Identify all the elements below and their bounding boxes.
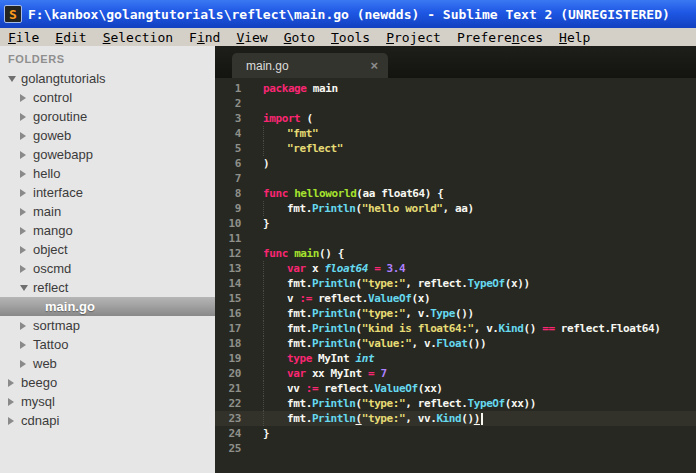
code-token: int — [355, 352, 374, 365]
code-token: ( — [300, 112, 312, 125]
code-token: fmt. — [287, 322, 312, 335]
sidebar-item-goroutine[interactable]: goroutine — [0, 107, 215, 126]
line-number: 3 — [215, 111, 241, 126]
sidebar-item-object[interactable]: object — [0, 240, 215, 259]
code-line-9[interactable]: 9fmt.Println("hello world", aa) — [215, 201, 696, 216]
tab-bar: main.go × — [215, 46, 696, 78]
code-token: , v. — [411, 337, 436, 350]
sidebar-item-beego[interactable]: beego — [0, 373, 215, 392]
tab-label: main.go — [246, 59, 370, 73]
sidebar-item-label: main — [33, 204, 61, 219]
code-token: (aa float64) { — [356, 187, 443, 200]
code-line-23[interactable]: 23fmt.Println("type:", vv.Kind()) — [215, 411, 696, 426]
sidebar-item-oscmd[interactable]: oscmd — [0, 259, 215, 278]
code-line-13[interactable]: 13var x float64 = 3.4 — [215, 261, 696, 276]
code-line-8[interactable]: 8func helloworld(aa float64) { — [215, 186, 696, 201]
code-line-10[interactable]: 10} — [215, 216, 696, 231]
app-icon-letter: S — [9, 7, 17, 22]
code-line-21[interactable]: 21vv := reflect.ValueOf(xx) — [215, 381, 696, 396]
code-area[interactable]: 1package main23import (4"fmt"5"reflect"6… — [215, 78, 696, 473]
code-token: fmt. — [287, 202, 312, 215]
menu-tools[interactable]: Tools — [331, 30, 370, 45]
menu-label-pre: F — [189, 30, 197, 45]
code-text: fmt.Println("type:", reflect.TypeOf(x)) — [263, 276, 530, 291]
menu-mnemonic: P — [386, 30, 394, 45]
code-line-25[interactable]: 25 — [215, 441, 696, 456]
menu-preferences[interactable]: Preferences — [457, 30, 543, 45]
code-line-11[interactable]: 11 — [215, 231, 696, 246]
line-number: 7 — [215, 171, 241, 186]
menu-goto[interactable]: Goto — [284, 30, 315, 45]
sidebar-item-sortmap[interactable]: sortmap — [0, 316, 215, 335]
code-line-1[interactable]: 1package main — [215, 81, 696, 96]
menu-label-post: ools — [339, 30, 370, 45]
menu-find[interactable]: Find — [189, 30, 220, 45]
code-line-14[interactable]: 14fmt.Println("type:", reflect.TypeOf(x)… — [215, 276, 696, 291]
code-token: (xx) — [418, 382, 443, 395]
code-line-20[interactable]: 20var xx MyInt = 7 — [215, 366, 696, 381]
sidebar: FOLDERS golangtutorialscontrolgoroutineg… — [0, 46, 215, 473]
code-token: , v. — [405, 307, 430, 320]
tab-main-go[interactable]: main.go × — [232, 53, 388, 78]
close-icon[interactable]: × — [370, 58, 378, 73]
code-token: main — [307, 82, 338, 95]
code-line-3[interactable]: 3import ( — [215, 111, 696, 126]
sidebar-item-label: beego — [21, 375, 57, 390]
code-token: Println — [312, 322, 356, 335]
code-token: Type — [430, 307, 455, 320]
code-line-22[interactable]: 22fmt.Println("type:", reflect.TypeOf(xx… — [215, 396, 696, 411]
code-line-16[interactable]: 16fmt.Println("type:", v.Type()) — [215, 306, 696, 321]
sidebar-item-main[interactable]: main — [0, 202, 215, 221]
menu-project[interactable]: Project — [386, 30, 441, 45]
code-text: type MyInt int — [263, 351, 374, 366]
sidebar-item-golangtutorials[interactable]: golangtutorials — [0, 69, 215, 88]
code-text: fmt.Println("type:", reflect.TypeOf(xx)) — [263, 396, 536, 411]
code-line-12[interactable]: 12func main() { — [215, 246, 696, 261]
code-token: () — [461, 412, 473, 425]
sidebar-item-label: oscmd — [33, 261, 71, 276]
sidebar-item-reflect[interactable]: reflect — [0, 278, 215, 297]
sidebar-item-tattoo[interactable]: Tattoo — [0, 335, 215, 354]
code-token: () — [523, 322, 542, 335]
code-token: "type:" — [362, 307, 406, 320]
code-line-15[interactable]: 15v := reflect.ValueOf(x) — [215, 291, 696, 306]
menu-help[interactable]: Help — [559, 30, 590, 45]
triangle-down-icon — [20, 285, 28, 291]
sidebar-item-gowebapp[interactable]: gowebapp — [0, 145, 215, 164]
code-token: "type:" — [362, 277, 406, 290]
sidebar-item-mysql[interactable]: mysql — [0, 392, 215, 411]
sidebar-item-mango[interactable]: mango — [0, 221, 215, 240]
sidebar-item-web[interactable]: web — [0, 354, 215, 373]
code-text: "reflect" — [263, 141, 343, 156]
code-line-17[interactable]: 17fmt.Println("kind is float64:", v.Kind… — [215, 321, 696, 336]
menu-selection[interactable]: Selection — [103, 30, 173, 45]
code-line-24[interactable]: 24} — [215, 426, 696, 441]
code-token: , reflect. — [405, 397, 467, 410]
sidebar-item-cdnapi[interactable]: cdnapi — [0, 411, 215, 430]
sidebar-item-main.go[interactable]: main.go — [0, 297, 215, 316]
line-number: 21 — [215, 381, 241, 396]
sidebar-item-interface[interactable]: interface — [0, 183, 215, 202]
menu-label-post: ces — [520, 30, 543, 45]
code-token: helloworld — [294, 187, 356, 200]
sidebar-item-hello[interactable]: hello — [0, 164, 215, 183]
code-line-5[interactable]: 5"reflect" — [215, 141, 696, 156]
code-line-19[interactable]: 19type MyInt int — [215, 351, 696, 366]
code-line-7[interactable]: 7 — [215, 171, 696, 186]
code-line-18[interactable]: 18fmt.Println("value:", v.Float()) — [215, 336, 696, 351]
code-line-6[interactable]: 6) — [215, 156, 696, 171]
code-token: == — [542, 322, 554, 335]
menu-edit[interactable]: Edit — [55, 30, 86, 45]
code-token: fmt. — [287, 277, 312, 290]
sidebar-item-control[interactable]: control — [0, 88, 215, 107]
sidebar-item-label: main.go — [45, 299, 95, 314]
menu-view[interactable]: View — [236, 30, 267, 45]
menu-mnemonic: H — [559, 30, 567, 45]
code-line-4[interactable]: 4"fmt" — [215, 126, 696, 141]
menu-mnemonic: E — [55, 30, 63, 45]
menu-file[interactable]: File — [8, 30, 39, 45]
sidebar-item-goweb[interactable]: goweb — [0, 126, 215, 145]
line-number: 12 — [215, 246, 241, 261]
code-text: } — [263, 426, 269, 441]
code-line-2[interactable]: 2 — [215, 96, 696, 111]
